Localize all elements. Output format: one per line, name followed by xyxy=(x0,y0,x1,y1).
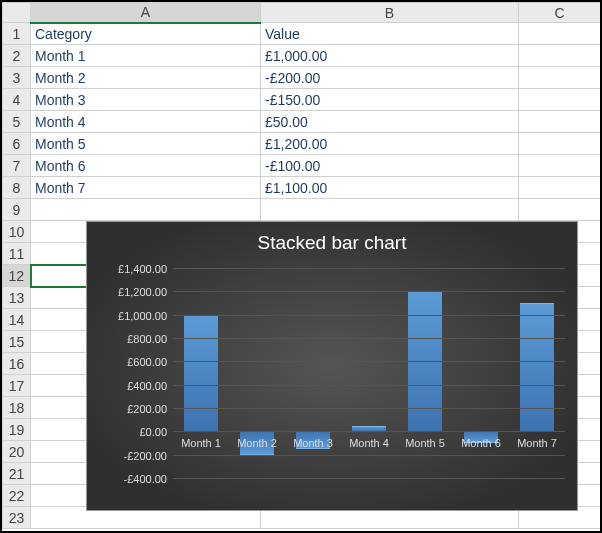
cell[interactable] xyxy=(519,45,601,67)
row-header[interactable]: 10 xyxy=(3,221,31,243)
row-header[interactable]: 17 xyxy=(3,375,31,397)
cell[interactable]: Month 7 xyxy=(31,177,261,199)
chart-gridline: -£200.00 xyxy=(173,455,565,456)
cell[interactable] xyxy=(519,111,601,133)
chart-y-tick-label: -£400.00 xyxy=(124,473,173,485)
cell[interactable] xyxy=(519,23,601,45)
cell[interactable] xyxy=(519,177,601,199)
row-header[interactable]: 22 xyxy=(3,485,31,507)
cell[interactable]: Value xyxy=(261,23,519,45)
row-header[interactable]: 3 xyxy=(3,67,31,89)
row-header[interactable]: 9 xyxy=(3,199,31,221)
cell[interactable]: £1,000.00 xyxy=(261,45,519,67)
chart-x-tick-label: Month 2 xyxy=(229,431,285,449)
chart-plot-area: Month 1Month 2Month 3Month 4Month 5Month… xyxy=(173,268,565,478)
row-header[interactable]: 23 xyxy=(3,507,31,529)
chart-gridline: -£400.00 xyxy=(173,478,565,479)
chart-y-tick-label: £400.00 xyxy=(127,380,173,392)
chart-y-tick-label: £800.00 xyxy=(127,333,173,345)
cell[interactable]: -£200.00 xyxy=(261,67,519,89)
column-header-A[interactable]: A xyxy=(31,3,261,23)
select-all-corner[interactable] xyxy=(3,3,31,23)
chart-y-tick-label: £1,000.00 xyxy=(118,310,173,322)
cell[interactable]: -£100.00 xyxy=(261,155,519,177)
row-header[interactable]: 6 xyxy=(3,133,31,155)
cell[interactable]: £1,200.00 xyxy=(261,133,519,155)
chart-bar-slot: Month 4 xyxy=(341,268,397,478)
cell[interactable]: Category xyxy=(31,23,261,45)
cell[interactable]: £1,100.00 xyxy=(261,177,519,199)
row-header[interactable]: 1 xyxy=(3,23,31,45)
chart-x-tick-label: Month 1 xyxy=(173,431,229,449)
chart-gridline: £1,400.00 xyxy=(173,268,565,269)
chart-y-tick-label: £1,400.00 xyxy=(118,263,173,275)
chart-y-tick-label: £0.00 xyxy=(139,426,173,438)
row-header[interactable]: 8 xyxy=(3,177,31,199)
chart-bar-slot: Month 3 xyxy=(285,268,341,478)
column-header-B[interactable]: B xyxy=(261,3,519,23)
chart-gridline: £400.00 xyxy=(173,385,565,386)
row-header[interactable]: 7 xyxy=(3,155,31,177)
cell[interactable]: Month 6 xyxy=(31,155,261,177)
cell[interactable] xyxy=(519,67,601,89)
row-header[interactable]: 4 xyxy=(3,89,31,111)
row-header[interactable]: 21 xyxy=(3,463,31,485)
column-header-C[interactable]: C xyxy=(519,3,601,23)
cell[interactable] xyxy=(261,199,519,221)
chart-bar xyxy=(184,315,218,432)
chart-bar-slot: Month 1 xyxy=(173,268,229,478)
chart-gridline: £1,200.00 xyxy=(173,291,565,292)
chart-title: Stacked bar chart xyxy=(87,222,577,260)
row-header[interactable]: 19 xyxy=(3,419,31,441)
row-header[interactable]: 15 xyxy=(3,331,31,353)
chart-bar xyxy=(520,303,554,431)
cell[interactable]: £50.00 xyxy=(261,111,519,133)
chart-bar-slot: Month 2 xyxy=(229,268,285,478)
cell[interactable] xyxy=(519,133,601,155)
chart-x-tick-label: Month 5 xyxy=(397,431,453,449)
chart-x-tick-label: Month 4 xyxy=(341,431,397,449)
chart-gridline: £1,000.00 xyxy=(173,315,565,316)
cell[interactable]: Month 2 xyxy=(31,67,261,89)
chart-bar-slot: Month 6 xyxy=(453,268,509,478)
row-header[interactable]: 13 xyxy=(3,287,31,309)
cell[interactable] xyxy=(519,89,601,111)
cell[interactable]: -£150.00 xyxy=(261,89,519,111)
cell[interactable] xyxy=(519,155,601,177)
row-header[interactable]: 11 xyxy=(3,243,31,265)
row-header[interactable]: 5 xyxy=(3,111,31,133)
chart-bar-slot: Month 7 xyxy=(509,268,565,478)
chart-x-tick-label: Month 3 xyxy=(285,431,341,449)
cell[interactable] xyxy=(31,199,261,221)
column-header-row: A B C xyxy=(3,3,601,23)
chart-gridline: £0.00 xyxy=(173,431,565,432)
chart-bar-slot: Month 5 xyxy=(397,268,453,478)
cell[interactable]: Month 1 xyxy=(31,45,261,67)
chart-y-tick-label: £600.00 xyxy=(127,356,173,368)
chart-y-tick-label: £1,200.00 xyxy=(118,286,173,298)
chart-y-tick-label: -£200.00 xyxy=(124,450,173,462)
chart-x-tick-label: Month 7 xyxy=(509,431,565,449)
chart-y-tick-label: £200.00 xyxy=(127,403,173,415)
row-header[interactable]: 16 xyxy=(3,353,31,375)
cell[interactable] xyxy=(519,199,601,221)
row-header[interactable]: 14 xyxy=(3,309,31,331)
cell[interactable]: Month 5 xyxy=(31,133,261,155)
embedded-chart[interactable]: Stacked bar chart Month 1Month 2Month 3M… xyxy=(86,221,578,511)
row-header[interactable]: 2 xyxy=(3,45,31,67)
row-header[interactable]: 12 xyxy=(3,265,31,287)
cell[interactable]: Month 4 xyxy=(31,111,261,133)
chart-x-tick-label: Month 6 xyxy=(453,431,509,449)
row-header[interactable]: 20 xyxy=(3,441,31,463)
chart-gridline: £200.00 xyxy=(173,408,565,409)
chart-gridline: £600.00 xyxy=(173,361,565,362)
row-header[interactable]: 18 xyxy=(3,397,31,419)
cell[interactable]: Month 3 xyxy=(31,89,261,111)
chart-gridline: £800.00 xyxy=(173,338,565,339)
